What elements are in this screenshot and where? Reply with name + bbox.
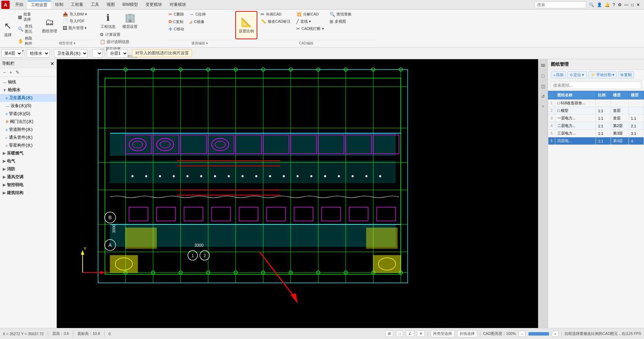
nav-item-electrical[interactable]: ▶ 电气	[0, 157, 56, 165]
drawing-search-input[interactable]	[551, 82, 641, 89]
c-mirror-button[interactable]: ⊿ C镜像	[187, 18, 206, 25]
nav-item-water[interactable]: ▼ 给排水	[0, 86, 56, 94]
nav-item-misc[interactable]: ≡ 零星构件(水)	[0, 141, 56, 149]
canvas-zoom-btn2[interactable]: ◫	[538, 81, 548, 91]
help-icon[interactable]: ?	[613, 2, 615, 7]
menu-change[interactable]: 变更模块	[142, 1, 165, 8]
batch-select-button[interactable]: ▦ 批量选择	[16, 11, 36, 23]
notification-icon[interactable]: 🔔	[605, 2, 610, 7]
floor-settings-button[interactable]: 🏢 楼层设置	[120, 11, 140, 31]
nav-edit-btn[interactable]: ✎	[14, 69, 21, 75]
search-icon[interactable]: 🔍	[589, 2, 594, 7]
manual-split-btn[interactable]: ⚡ 手动分割 ▾	[588, 71, 617, 78]
nav-item-hvac2[interactable]: ▶ 通风空调	[0, 173, 56, 181]
cross-select-btn[interactable]: 跨类型选择	[431, 330, 454, 337]
rect-snap-btn[interactable]: □	[396, 331, 403, 337]
nav-item-fire[interactable]: ▶ 消防	[0, 165, 56, 173]
calc-settings-button[interactable]: ⚙ 计算设置	[98, 31, 164, 38]
nav-minus-btn[interactable]: −	[2, 69, 7, 75]
canvas-area[interactable]: B A 3000 3000 1 2 Y X	[57, 59, 548, 328]
line-button[interactable]: ╱ 直线 ▾	[294, 18, 326, 25]
canvas-layers-btn[interactable]: ≡	[538, 102, 548, 112]
nav-item-axis[interactable]: — 轴线	[0, 78, 56, 86]
copy-drawing-btn[interactable]: ⧉ 复制	[618, 71, 634, 78]
user-icon[interactable]: 👤	[597, 2, 602, 7]
supplement-cad-button[interactable]: ✏ 补画CAD	[259, 11, 293, 18]
add-drawing-btn[interactable]: + 添加	[551, 71, 566, 78]
category-select[interactable]: 卫生器具(水)	[54, 49, 88, 57]
table-row[interactable]: 4 二层电力... 1:1 第2层 2.1	[548, 122, 644, 130]
nav-item-structure[interactable]: ▶ 建筑结构	[0, 189, 56, 197]
menu-compare[interactable]: 对量模块	[166, 1, 190, 8]
set-scale-button[interactable]: 📐 设置比例	[235, 11, 257, 39]
nav-item-sanitary[interactable]: ≡ 卫生器具(水)	[0, 94, 56, 102]
nav-item-connector[interactable]: ⌐ 通头管件(水)	[0, 134, 56, 141]
table-row-active[interactable]: 6 四层电... 1:1 第4层 4.	[548, 137, 644, 145]
nav-plus-btn[interactable]: +	[8, 69, 13, 75]
canvas-zoom-in-btn[interactable]: □	[538, 71, 548, 81]
menu-view[interactable]: 视图	[103, 1, 118, 8]
multiview-button[interactable]: ⊞ 多视图	[328, 18, 354, 25]
table-row[interactable]: 3 一层电力... 1:1 首层 1.1	[548, 115, 644, 122]
design-info-button[interactable]: 📋 设计说明信息	[98, 39, 164, 45]
layer-select[interactable]: 第4层	[1, 49, 22, 57]
row-1-name: □ 618改造宿舍...	[555, 99, 596, 107]
menu-start[interactable]: 开始	[12, 1, 27, 8]
c-copy-button[interactable]: ⧉ C复制	[167, 18, 185, 25]
menu-quantities[interactable]: 工程量	[67, 1, 87, 8]
select-button[interactable]: ↖ 选择	[1, 11, 14, 47]
project-info-button[interactable]: ℹ 工程信息	[98, 11, 118, 31]
locate-btn[interactable]: ⊙ 定位 ▾	[567, 71, 587, 78]
maximize-icon[interactable]: □	[631, 2, 634, 7]
find-replace-button[interactable]: 🔍 查找替换	[328, 11, 354, 18]
cad-break-button[interactable]: ✂ CAD线打断 ▾	[294, 25, 326, 32]
menu-draw[interactable]: 绘制	[52, 1, 67, 8]
import-pdf-button[interactable]: 📄 导入PDF	[61, 18, 89, 24]
empty-select[interactable]	[92, 49, 103, 57]
close-snap-btn[interactable]: ✕	[417, 330, 425, 337]
global-search-input[interactable]	[535, 1, 586, 8]
brightness-minus-btn[interactable]: −	[518, 331, 525, 337]
snap-btn[interactable]: ⊞	[385, 330, 393, 337]
canvas-3d-btn[interactable]: 3D	[538, 61, 548, 70]
c-move-button[interactable]: ✛ C移动	[167, 26, 186, 32]
table-row[interactable]: 5 三层电力... 1:1 第3层 3.1	[548, 130, 644, 137]
menu-project-settings[interactable]: 工程设置	[28, 1, 51, 9]
c-delete-button[interactable]: ✂ C删除	[167, 11, 186, 18]
specialty-select[interactable]: 给排水	[27, 49, 50, 57]
brightness-plus-btn[interactable]: +	[552, 331, 559, 337]
toolbar-divider-3	[90, 50, 90, 57]
nav-item-pipe-attach[interactable]: ≡ 管道附件(水)	[0, 126, 56, 134]
menu-tools[interactable]: 工具	[87, 1, 103, 8]
close-icon[interactable]: ✕	[636, 2, 640, 7]
import-pdf-label: 导入PDF	[69, 19, 85, 24]
nav-item-valve[interactable]: ⊕ 阀门法兰(水)	[0, 118, 56, 126]
status-sep-4	[428, 331, 428, 337]
menu-bim[interactable]: BIM模型	[119, 1, 141, 8]
image-mgmt-button[interactable]: 🖼 图片管理 ▾	[61, 25, 89, 31]
polyline-select-btn[interactable]: 折线选择	[457, 330, 477, 337]
table-row[interactable]: 2 □ 模型 1:1 首层	[548, 107, 644, 115]
row-6-ratio: 1:1	[596, 137, 611, 145]
c-stretch-button[interactable]: ↔ C拉伸	[187, 11, 208, 18]
table-row[interactable]: 1 □ 618改造宿舍...	[548, 99, 644, 107]
canvas-rotate-btn[interactable]: ↺	[538, 92, 548, 101]
minimize-icon[interactable]: —	[624, 2, 629, 7]
grab-component-button[interactable]: ✋ 抱取构件	[16, 35, 36, 47]
hvac2-icon: ▶	[3, 175, 6, 179]
nav-item-pipe[interactable]: ≡ 管道(水)(G)	[0, 110, 56, 118]
modify-cad-dim-button[interactable]: 📏 修改CAD标注	[259, 18, 293, 25]
brightness-slider[interactable]	[528, 332, 549, 336]
nav-item-equipment[interactable]: — 设备(水)(S)	[0, 102, 56, 110]
decompose-cad-button[interactable]: 💥 分解CAD	[294, 11, 326, 18]
nav-item-hvac[interactable]: ▶ 采暖燃气	[0, 149, 56, 157]
supplement-cad-icon: ✏	[261, 12, 265, 17]
sublayer-select[interactable]: 分层1	[107, 49, 128, 57]
find-element-button[interactable]: 🔍 查找图元	[16, 23, 36, 35]
nav-close-icon[interactable]: ✕	[50, 61, 54, 66]
drawing-mgmt-button[interactable]: 🗂 图纸管理	[39, 11, 60, 39]
nav-item-smart[interactable]: ▶ 智控弱电	[0, 181, 56, 189]
angle-btn[interactable]: ∠	[406, 330, 414, 337]
settings-icon[interactable]: ⚙	[618, 2, 622, 7]
import-bim-button[interactable]: 📥 导入BIM ▾	[61, 11, 89, 18]
